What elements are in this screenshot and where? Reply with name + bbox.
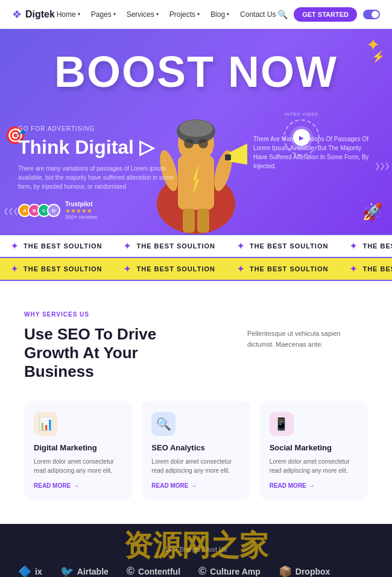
plus-icon: ✦ xyxy=(11,264,19,274)
hero-trust: A B C D Trustpilot ★★★★★ 350+ reviews xyxy=(18,201,187,220)
hero-description: There are many variations of passages of… xyxy=(18,164,187,191)
brand-icon: 🔷 xyxy=(18,565,31,577)
ticker-item: ✦ THE BEST SOULTION xyxy=(0,264,113,274)
service-read-more[interactable]: READ MORE → xyxy=(151,482,240,489)
trust-reviews: 350+ reviews xyxy=(65,214,97,220)
logo[interactable]: ❖ Digtek xyxy=(12,8,55,21)
hero-heading: Think Digital ▷ xyxy=(18,137,187,158)
plus-icon: ✦ xyxy=(237,241,245,251)
arrows-left-decoration: ❮❮❮ xyxy=(3,207,17,215)
brand-icon: © xyxy=(127,565,134,577)
logo-text: Digtek xyxy=(25,9,55,20)
brand-ix: 🔷 ix xyxy=(18,565,42,577)
brand-icon: 📦 xyxy=(279,565,292,577)
ticker-band-2: ✦ THE BEST SOULTION ✦ THE BEST SOULTION … xyxy=(0,258,392,281)
nav-links: Home ▾ Pages ▾ Services ▾ Projects ▾ Blo… xyxy=(57,10,276,19)
play-button[interactable]: ▶ xyxy=(293,129,310,146)
service-name: SEO Analytics xyxy=(151,443,240,452)
nav-contact[interactable]: Contact Us xyxy=(240,10,276,19)
service-card-digital: 📊 Digital Marketing Lorem dolor amet con… xyxy=(24,401,132,500)
nav-services[interactable]: Services ▾ xyxy=(127,10,159,19)
seo-analytics-icon: 🔍 xyxy=(151,412,175,436)
theme-toggle[interactable] xyxy=(363,10,380,19)
search-icon[interactable]: 🔍 xyxy=(277,10,288,19)
trust-avatars: A B C D xyxy=(18,204,60,217)
play-label: INTRO VIDEO xyxy=(285,112,319,116)
arrows-right-decoration: ❯❯❯ xyxy=(375,162,389,170)
plus-icon: ✦ xyxy=(237,264,245,274)
service-read-more[interactable]: READ MORE → xyxy=(270,482,358,489)
chevron-down-icon: ▾ xyxy=(156,11,159,17)
services-section: WHY SERVICES US Use SEO To Drive Growth … xyxy=(0,281,392,524)
chevron-down-icon: ▾ xyxy=(78,11,80,17)
svg-rect-6 xyxy=(225,154,231,160)
nav-pages[interactable]: Pages ▾ xyxy=(91,10,116,19)
plus-icon: ✦ xyxy=(350,241,358,251)
ticker-item: ✦ THE BEST SOULTION xyxy=(339,241,392,251)
trust-stars: ★★★★★ xyxy=(65,207,97,214)
navbar: ❖ Digtek Home ▾ Pages ▾ Services ▾ Proje… xyxy=(0,0,392,29)
hero-left-content: GO FOR ADVERTISING Think Digital ▷ There… xyxy=(18,125,187,220)
rocket-decoration: 🚀 xyxy=(362,202,383,222)
ticker-item: ✦ THE BEST SOULTION xyxy=(113,241,226,251)
svg-marker-5 xyxy=(229,143,247,165)
brands-section: 1k + Brands Trust Us 🔷 ix 🐦 Airtable © C… xyxy=(0,524,392,577)
brand-contentful: © Contentful xyxy=(127,565,180,577)
ticker-wrapper-1: ✦ THE BEST SOULTION ✦ THE BEST SOULTION … xyxy=(0,234,392,281)
arrow-icon: ▷ xyxy=(139,136,154,158)
plus-icon: ✦ xyxy=(11,241,19,251)
brand-culture-amp: © Culture Amp xyxy=(198,565,261,577)
ticker-inner-1: ✦ THE BEST SOULTION ✦ THE BEST SOULTION … xyxy=(0,241,392,251)
plus-icon: ✦ xyxy=(350,264,358,274)
svg-point-11 xyxy=(198,139,208,148)
chevron-down-icon: ▾ xyxy=(197,11,200,17)
service-description: Lorem dolor amet consectetur read adipis… xyxy=(151,457,240,475)
lightning-decoration: ⚡ xyxy=(371,50,385,63)
avatar: D xyxy=(47,204,60,217)
brands-label: 1k + Brands Trust Us xyxy=(18,546,374,553)
services-cards: 📊 Digital Marketing Lorem dolor amet con… xyxy=(24,401,368,500)
plus-icon: ✦ xyxy=(124,264,131,274)
digital-marketing-icon: 📊 xyxy=(34,412,58,436)
service-description: Lorem dolor amet consectetur read adipis… xyxy=(34,457,122,475)
hero-label: GO FOR ADVERTISING xyxy=(18,125,187,132)
service-description: Lorem dolor amet consectetur read adipis… xyxy=(270,457,358,475)
nav-home[interactable]: Home ▾ xyxy=(57,10,80,19)
ticker-item: ✦ THE BEST SOULTION xyxy=(0,241,113,251)
arrow-icon: → xyxy=(309,482,315,489)
navbar-actions: 🔍 GET STARTED xyxy=(277,7,380,22)
plus-icon: ✦ xyxy=(124,241,131,251)
nav-blog[interactable]: Blog ▾ xyxy=(210,10,229,19)
service-name: Social Marketing xyxy=(270,443,358,452)
ticker-item: ✦ THE BEST SOULTION xyxy=(226,241,339,251)
ticker-item: ✦ THE BEST SOULTION xyxy=(339,264,392,274)
ticker-item: ✦ THE BEST SOULTION xyxy=(113,264,226,274)
chevron-down-icon: ▾ xyxy=(113,11,116,17)
ticker-inner-2: ✦ THE BEST SOULTION ✦ THE BEST SOULTION … xyxy=(0,264,392,274)
logo-icon: ❖ xyxy=(12,8,22,21)
nav-projects[interactable]: Projects ▾ xyxy=(169,10,200,19)
brand-airtable: 🐦 Airtable xyxy=(60,565,109,577)
services-description: Pellentesque ut vehicula sapien dictumst… xyxy=(247,329,368,350)
hero-section: ✦ ⚡ 🎯 🚀 ❯❯❯ ❮❮❮ BOOST NOW GO FOR ADVERTI… xyxy=(0,29,392,234)
arrow-icon: → xyxy=(73,482,79,489)
get-started-button[interactable]: GET STARTED xyxy=(294,7,357,22)
ticker-item: ✦ THE BEST SOULTION xyxy=(226,264,339,274)
brands-row: 🔷 ix 🐦 Airtable © Contentful © Culture A… xyxy=(18,565,374,577)
svg-rect-14 xyxy=(197,209,209,233)
services-header: Use SEO To Drive Growth At Your Business… xyxy=(24,325,368,382)
services-title: Use SEO To Drive Growth At Your Business xyxy=(24,325,181,382)
service-card-seo: 🔍 SEO Analytics Lorem dolor amet consect… xyxy=(142,401,250,500)
service-card-social: 📱 Social Marketing Lorem dolor amet cons… xyxy=(260,401,368,500)
brand-icon: © xyxy=(198,565,206,577)
ticker-band-1: ✦ THE BEST SOULTION ✦ THE BEST SOULTION … xyxy=(0,235,392,258)
service-read-more[interactable]: READ MORE → xyxy=(34,482,122,489)
social-marketing-icon: 📱 xyxy=(270,412,294,436)
trust-name: Trustpilot xyxy=(65,201,97,207)
trust-info: Trustpilot ★★★★★ 350+ reviews xyxy=(65,201,97,220)
service-name: Digital Marketing xyxy=(34,443,122,452)
brand-icon: 🐦 xyxy=(60,565,74,577)
arrow-icon: → xyxy=(191,482,197,489)
play-inner: ▶ xyxy=(290,126,313,149)
brand-dropbox: 📦 Dropbox xyxy=(279,565,330,577)
